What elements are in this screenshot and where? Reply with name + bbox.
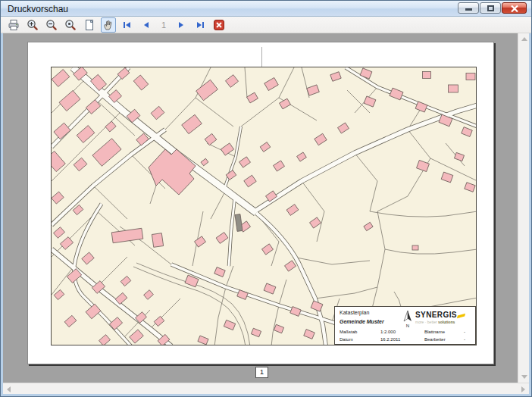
close-button[interactable] <box>502 2 527 14</box>
synergis-logo: SYNERGIS more · better solutions <box>415 311 470 324</box>
editor-value: - <box>464 337 465 342</box>
close-icon <box>510 5 519 13</box>
date-value: 16.2.2011 <box>380 337 400 342</box>
titlebar[interactable]: Druckvorschau <box>1 1 531 17</box>
scale-label: Maßstab <box>340 330 357 334</box>
preview-canvas[interactable]: Katasterplan Gemeinde Muster Maßstab 1:2… <box>3 33 518 383</box>
window-title: Druckvorschau <box>8 4 68 14</box>
scale-value: 1:2.000 <box>380 330 396 334</box>
map-svg <box>52 67 477 345</box>
pan-hand-icon <box>102 19 114 31</box>
first-page-button[interactable] <box>120 17 135 33</box>
legend-title: Katasterplan <box>340 310 369 315</box>
minimize-button[interactable] <box>458 2 479 14</box>
north-label: N <box>406 324 409 328</box>
maximize-icon <box>487 5 494 11</box>
minimize-icon <box>465 8 472 11</box>
window-controls <box>458 2 527 14</box>
horizontal-scrollbar[interactable] <box>3 383 529 394</box>
vertical-scrollbar[interactable] <box>518 33 529 383</box>
logo-text: SYNERGIS <box>415 311 457 319</box>
page-tab[interactable]: 1 <box>255 367 268 378</box>
logo-tagline: more · better solutions <box>415 320 470 324</box>
current-page-number: 1 <box>158 20 170 30</box>
zoom-out-icon <box>45 19 58 31</box>
zoom-out-button[interactable] <box>44 17 59 33</box>
fit-page-button[interactable] <box>82 17 97 33</box>
toolbar: 1 <box>1 17 531 33</box>
next-page-icon <box>175 19 187 31</box>
sheet-value: - <box>464 330 465 334</box>
scroll-right-icon[interactable] <box>521 386 525 392</box>
map-legend: Katasterplan Gemeinde Muster Maßstab 1:2… <box>334 306 476 345</box>
print-button[interactable] <box>6 17 21 33</box>
close-preview-icon <box>213 19 225 31</box>
zoom-original-icon <box>64 19 77 31</box>
printer-icon <box>8 19 20 31</box>
zoom-in-icon <box>27 19 39 31</box>
next-page-button[interactable] <box>174 17 189 33</box>
print-preview-window: Druckvorschau <box>0 0 532 397</box>
map-frame: Katasterplan Gemeinde Muster Maßstab 1:2… <box>51 67 477 345</box>
sheet-label: Blattname <box>424 330 445 334</box>
previous-page-button[interactable] <box>139 17 154 33</box>
logo-swoosh-icon <box>457 314 465 319</box>
fold-mark <box>261 47 262 67</box>
zoom-in-button[interactable] <box>25 17 40 33</box>
north-arrow-icon: N <box>402 310 413 328</box>
tagline-light: more · better <box>415 320 438 324</box>
date-label: Datum <box>340 337 353 342</box>
editor-label: Bearbeiter <box>424 337 446 342</box>
fit-page-icon <box>83 19 95 31</box>
first-page-icon <box>121 19 133 31</box>
preview-page: Katasterplan Gemeinde Muster Maßstab 1:2… <box>27 42 494 364</box>
pan-button[interactable] <box>101 17 116 33</box>
previous-page-icon <box>140 19 152 31</box>
last-page-icon <box>194 19 206 31</box>
maximize-button[interactable] <box>480 2 501 14</box>
scroll-left-icon[interactable] <box>7 386 11 392</box>
close-preview-button[interactable] <box>211 17 227 33</box>
scroll-down-icon[interactable] <box>521 375 527 379</box>
tagline-bold: solutions <box>438 320 455 324</box>
last-page-button[interactable] <box>192 17 208 33</box>
legend-municipality: Gemeinde Muster <box>340 319 384 324</box>
scroll-up-icon[interactable] <box>521 37 527 41</box>
zoom-original-button[interactable] <box>63 17 78 33</box>
